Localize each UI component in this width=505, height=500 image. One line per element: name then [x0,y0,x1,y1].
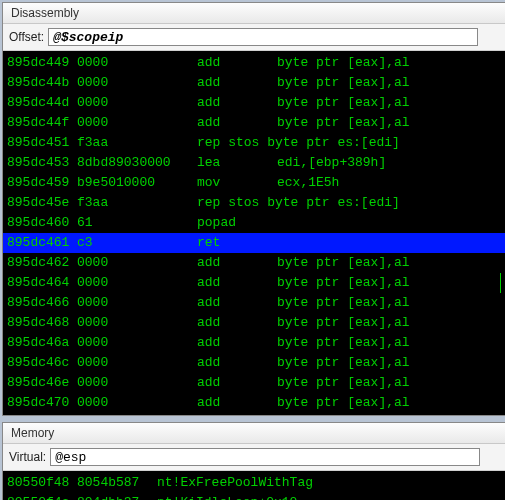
addr: 895dc44b [7,73,77,93]
operands: byte ptr [eax],al [277,93,501,113]
operands: edi,[ebp+389h] [277,153,501,173]
disasm-row[interactable]: 895dc44b0000addbyte ptr [eax],al [3,73,505,93]
mnemonic: add [197,113,277,133]
memory-listing[interactable]: 80550f488054b587nt!ExFreePoolWithTag8055… [3,471,505,500]
disasm-row[interactable]: 895dc459b9e5010000movecx,1E5h [3,173,505,193]
mnemonic: ret [197,233,501,253]
bytes: 0000 [77,393,197,413]
mem-value: 804dbb37 [77,493,157,500]
memory-row[interactable]: 80550f4c804dbb37nt!KiIdleLoop+0x10 [3,493,505,500]
addr: 895dc461 [7,233,77,253]
disassembly-title: Disassembly [3,3,505,24]
disassembly-panel: Disassembly Offset: 895dc4490000addbyte … [2,2,505,416]
disasm-row[interactable]: 895dc4640000addbyte ptr [eax],al [3,273,505,293]
operands: byte ptr [eax],al [277,373,501,393]
offset-input[interactable] [48,28,478,46]
addr: 895dc459 [7,173,77,193]
addr: 895dc46c [7,353,77,373]
bytes: 0000 [77,373,197,393]
mnemonic: rep stos byte ptr es:[edi] [197,193,501,213]
addr: 895dc45e [7,193,77,213]
disasm-row[interactable]: 895dc45ef3aarep stos byte ptr es:[edi] [3,193,505,213]
memory-toolbar: Virtual: [3,444,505,471]
disasm-row[interactable]: 895dc44f0000addbyte ptr [eax],al [3,113,505,133]
mnemonic: mov [197,173,277,193]
bytes: 0000 [77,73,197,93]
operands: byte ptr [eax],al [277,53,501,73]
addr: 895dc453 [7,153,77,173]
mnemonic: add [197,273,277,293]
addr: 895dc46a [7,333,77,353]
bytes: 0000 [77,93,197,113]
mnemonic: add [197,93,277,113]
bytes: 0000 [77,313,197,333]
disasm-row[interactable]: 895dc46e0000addbyte ptr [eax],al [3,373,505,393]
disasm-row[interactable]: 895dc46c0000addbyte ptr [eax],al [3,353,505,373]
operands: byte ptr [eax],al [277,393,501,413]
addr: 895dc451 [7,133,77,153]
mnemonic: popad [197,213,501,233]
memory-title: Memory [3,423,505,444]
bytes: 0000 [77,353,197,373]
virtual-input[interactable] [50,448,480,466]
bytes: 8dbd89030000 [77,153,197,173]
disassembly-toolbar: Offset: [3,24,505,51]
operands: byte ptr [eax],al [277,273,501,293]
operands: byte ptr [eax],al [277,333,501,353]
operands: ecx,1E5h [277,173,501,193]
addr: 895dc464 [7,273,77,293]
offset-label: Offset: [9,30,44,44]
bytes: b9e5010000 [77,173,197,193]
mnemonic: add [197,73,277,93]
disasm-row[interactable]: 895dc46a0000addbyte ptr [eax],al [3,333,505,353]
mem-symbol: nt!ExFreePoolWithTag [157,473,501,493]
addr: 895dc462 [7,253,77,273]
disasm-row[interactable]: 895dc46061popad [3,213,505,233]
disassembly-listing[interactable]: 895dc4490000addbyte ptr [eax],al895dc44b… [3,51,505,415]
memory-panel: Memory Virtual: 80550f488054b587nt!ExFre… [2,422,505,500]
mem-addr: 80550f4c [7,493,77,500]
operands: byte ptr [eax],al [277,313,501,333]
disasm-row[interactable]: 895dc4680000addbyte ptr [eax],al [3,313,505,333]
mnemonic: add [197,313,277,333]
disasm-row[interactable]: 895dc44d0000addbyte ptr [eax],al [3,93,505,113]
mnemonic: add [197,333,277,353]
addr: 895dc44d [7,93,77,113]
operands: byte ptr [eax],al [277,113,501,133]
mnemonic: rep stos byte ptr es:[edi] [197,133,501,153]
bytes: 0000 [77,333,197,353]
mnemonic: add [197,353,277,373]
addr: 895dc449 [7,53,77,73]
disasm-row[interactable]: 895dc4620000addbyte ptr [eax],al [3,253,505,273]
operands: byte ptr [eax],al [277,353,501,373]
disasm-row[interactable]: 895dc4660000addbyte ptr [eax],al [3,293,505,313]
memory-row[interactable]: 80550f488054b587nt!ExFreePoolWithTag [3,473,505,493]
bytes: 0000 [77,273,197,293]
bytes: 0000 [77,53,197,73]
addr: 895dc460 [7,213,77,233]
mem-addr: 80550f48 [7,473,77,493]
disasm-row[interactable]: 895dc4700000addbyte ptr [eax],al [3,393,505,413]
addr: 895dc466 [7,293,77,313]
mnemonic: add [197,393,277,413]
mnemonic: add [197,53,277,73]
mnemonic: add [197,373,277,393]
bytes: c3 [77,233,197,253]
bytes: 0000 [77,293,197,313]
mnemonic: lea [197,153,277,173]
addr: 895dc46e [7,373,77,393]
disasm-row[interactable]: 895dc4538dbd89030000leaedi,[ebp+389h] [3,153,505,173]
mnemonic: add [197,293,277,313]
bytes: f3aa [77,193,197,213]
operands: byte ptr [eax],al [277,293,501,313]
mem-symbol: nt!KiIdleLoop+0x10 [157,493,501,500]
disasm-row[interactable]: 895dc461c3ret [3,233,505,253]
operands: byte ptr [eax],al [277,253,501,273]
disasm-row[interactable]: 895dc4490000addbyte ptr [eax],al [3,53,505,73]
bytes: 0000 [77,113,197,133]
virtual-label: Virtual: [9,450,46,464]
disasm-row[interactable]: 895dc451f3aarep stos byte ptr es:[edi] [3,133,505,153]
bytes: 0000 [77,253,197,273]
operands: byte ptr [eax],al [277,73,501,93]
addr: 895dc468 [7,313,77,333]
